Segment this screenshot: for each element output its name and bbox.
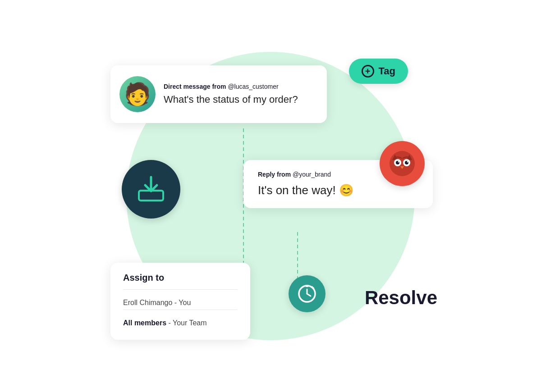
assign-item-2-rest: - Your Team xyxy=(166,319,207,327)
assign-divider xyxy=(123,289,238,290)
message-content: Direct message from @lucas_customer What… xyxy=(164,83,314,105)
assign-card[interactable]: Assign to Eroll Chimango - You All membe… xyxy=(110,263,250,340)
clock-icon xyxy=(297,283,317,304)
message-from-handle: @lucas_customer xyxy=(228,83,278,90)
clock-circle xyxy=(289,275,326,312)
tag-label: Tag xyxy=(379,65,395,77)
assign-item-2[interactable]: All members - Your Team xyxy=(123,316,238,330)
reply-text: It's on the way! 😊 xyxy=(258,183,418,197)
svg-rect-18 xyxy=(306,285,308,287)
message-text: What's the status of my order? xyxy=(164,94,314,105)
inbox-circle xyxy=(122,160,180,219)
owl-icon xyxy=(388,149,417,178)
assign-item-2-bold: All members xyxy=(123,319,166,327)
message-from: Direct message from @lucas_customer xyxy=(164,83,314,90)
tag-button[interactable]: + Tag xyxy=(349,59,408,84)
reply-from-handle: @your_brand xyxy=(293,171,331,178)
svg-point-5 xyxy=(390,151,415,176)
assign-title: Assign to xyxy=(123,273,238,283)
scene: + Tag 🧑 Direct message from @lucas_custo… xyxy=(68,11,473,381)
assign-divider-2 xyxy=(123,310,238,310)
svg-line-17 xyxy=(307,294,311,296)
resolve-label[interactable]: Resolve xyxy=(365,287,437,309)
reply-from-prefix: Reply from xyxy=(258,171,293,178)
inbox-icon xyxy=(135,175,167,204)
owl-circle xyxy=(380,141,425,186)
assign-item-1[interactable]: Eroll Chimango - You xyxy=(123,296,238,310)
svg-point-13 xyxy=(407,161,408,163)
svg-point-12 xyxy=(398,161,399,163)
message-from-prefix: Direct message from xyxy=(164,83,228,90)
plus-icon: + xyxy=(362,65,374,77)
message-card: 🧑 Direct message from @lucas_customer Wh… xyxy=(110,65,327,123)
avatar: 🧑 xyxy=(119,76,156,112)
